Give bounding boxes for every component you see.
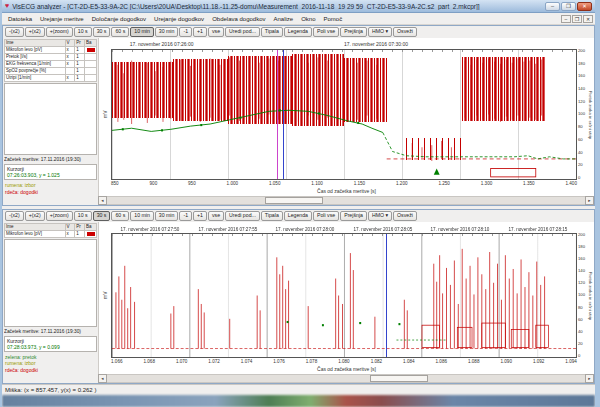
sensor-row[interactable]: Mikrofon levo [pV] x 1 <box>5 231 97 238</box>
signal-plot-top[interactable] <box>111 49 577 180</box>
toolbar-button[interactable]: +(zoom) <box>46 211 73 221</box>
sensor-visible-checkbox[interactable]: x <box>65 231 75 238</box>
scroll-right-icon[interactable]: ▸ <box>585 196 594 205</box>
toolbar-button[interactable]: Tipala <box>261 211 283 221</box>
toolbar-button[interactable]: +1 <box>193 27 207 37</box>
toolbar-button[interactable]: 10 s <box>74 211 92 221</box>
toolbar-button[interactable]: -1 <box>179 211 192 221</box>
toolbar-button[interactable]: Legenda <box>284 211 312 221</box>
toolbar-button[interactable]: -(x2) <box>5 27 24 37</box>
toolbar-button[interactable]: 10 min <box>130 211 154 221</box>
menu-item[interactable]: Okno <box>297 15 319 23</box>
sensor-row[interactable]: EKG frekvenca [1/min] x 1 <box>5 61 97 68</box>
sensor-plot-checkbox[interactable]: 1 <box>75 54 85 61</box>
time-cursor-blue[interactable] <box>386 234 387 357</box>
menu-item[interactable]: Določanje dogodkov <box>88 15 150 23</box>
toolbar-button[interactable]: HMO ▾ <box>368 27 392 37</box>
menu-bar: DatotekaUrejanje meritveDoločanje dogodk… <box>2 13 595 25</box>
sensor-plot-checkbox[interactable]: 1 <box>75 231 85 238</box>
toolbar-button[interactable]: 10 s <box>74 27 92 37</box>
mdi-minimize-icon[interactable]: – <box>561 15 571 23</box>
toolbar-button[interactable]: Uredi pod... <box>225 211 260 221</box>
menu-item[interactable]: Datoteka <box>4 15 36 23</box>
selection-cursor-magenta[interactable] <box>277 50 278 179</box>
scrollbar-track[interactable] <box>107 196 585 205</box>
toolbar-button[interactable]: 60 s <box>111 27 129 37</box>
toolbar-button[interactable]: HMO ▾ <box>368 211 392 221</box>
maximize-icon[interactable]: ❐ <box>561 2 576 11</box>
col-header-v: V <box>65 40 75 47</box>
toolbar-button[interactable]: vse <box>208 211 224 221</box>
col-header-v: V <box>65 224 75 231</box>
close-icon[interactable]: ✕ <box>577 2 592 11</box>
toolbar-button[interactable]: 10 min <box>130 27 154 37</box>
sensor-color-cell[interactable] <box>85 54 97 61</box>
sensor-row[interactable]: Pretok [l/s] x 1 <box>5 54 97 61</box>
sensor-color-cell[interactable] <box>85 75 97 82</box>
scroll-left-icon[interactable]: ◂ <box>98 374 107 383</box>
toolbar-button[interactable]: Osveži <box>393 27 417 37</box>
toolbar-button[interactable]: 30 min <box>155 211 179 221</box>
x-tick-label: 1.200 <box>396 180 408 188</box>
scroll-left-icon[interactable]: ◂ <box>98 196 107 205</box>
mdi-restore-icon[interactable]: ❐ <box>572 15 582 23</box>
sensor-color-cell[interactable] <box>85 68 97 75</box>
toolbar-button[interactable]: +(x2) <box>25 27 45 37</box>
x-tick-label: 1.070 <box>176 358 188 366</box>
chart-area-top: 17. november 2016 07:26:0017. november 2… <box>98 38 594 196</box>
horizontal-scrollbar-top[interactable]: ◂ ▸ <box>98 196 594 205</box>
toolbar-button[interactable]: Prejšnja <box>340 27 367 37</box>
x-tick-label: 1.084 <box>403 358 415 366</box>
sensor-visible-checkbox[interactable]: x <box>65 54 75 61</box>
event-list-box[interactable] <box>4 239 97 327</box>
y-tick-label: 200 <box>578 49 586 53</box>
signal-plot-bottom[interactable] <box>111 233 577 358</box>
toolbar-button[interactable]: -(x2) <box>5 211 24 221</box>
toolbar-button[interactable]: 60 s <box>111 211 129 221</box>
toolbar-button[interactable]: Poli vse <box>313 27 339 37</box>
menu-item[interactable]: Urejanje dogodkov <box>150 15 208 23</box>
toolbar-button[interactable]: vse <box>208 27 224 37</box>
toolbar-button[interactable]: 30 s <box>93 27 111 37</box>
mdi-close-icon[interactable]: ✕ <box>583 15 593 23</box>
sensor-plot-checkbox[interactable]: 1 <box>75 47 85 54</box>
sensor-plot-checkbox[interactable]: 1 <box>75 75 85 82</box>
horizontal-scrollbar-bottom[interactable]: ◂ ▸ <box>98 374 594 383</box>
time-cursor-blue[interactable] <box>283 50 284 179</box>
toolbar-button[interactable]: +(x2) <box>25 211 45 221</box>
scroll-right-icon[interactable]: ▸ <box>585 374 594 383</box>
toolbar-button[interactable]: Osveži <box>393 211 417 221</box>
sensor-color-cell[interactable] <box>85 61 97 68</box>
minimize-icon[interactable]: – <box>545 2 560 11</box>
menu-item[interactable]: Analize <box>270 15 298 23</box>
sensor-row[interactable]: Mikrofon levo [pV] x 1 <box>5 47 97 54</box>
sensor-plot-checkbox[interactable]: 1 <box>75 68 85 75</box>
sensor-visible-checkbox[interactable]: x <box>65 61 75 68</box>
sensor-row[interactable]: Utripi [1/min] x 1 <box>5 75 97 82</box>
toolbar-button[interactable]: Poli vse <box>313 211 339 221</box>
sensor-row[interactable]: SpO2 povprečje [%] 1 <box>5 68 97 75</box>
sensor-visible-checkbox[interactable]: x <box>65 47 75 54</box>
sensor-visible-checkbox[interactable] <box>65 68 75 75</box>
menu-item[interactable]: Urejanje meritve <box>36 15 88 23</box>
toolbar-button[interactable]: 30 min <box>155 27 179 37</box>
sensor-visible-checkbox[interactable]: x <box>65 75 75 82</box>
sensor-color-cell[interactable] <box>85 47 97 54</box>
menu-item[interactable]: Pomoč <box>320 15 347 23</box>
scrollbar-thumb[interactable] <box>265 197 323 204</box>
menu-item[interactable]: Obdelava dogodkov <box>208 15 269 23</box>
sensor-plot-checkbox[interactable]: 1 <box>75 61 85 68</box>
scrollbar-thumb[interactable] <box>370 375 428 382</box>
x-tick-label: 1.072 <box>208 358 220 366</box>
toolbar-button[interactable]: +(zoom) <box>46 27 73 37</box>
scrollbar-track[interactable] <box>107 374 585 383</box>
toolbar-button[interactable]: 30 s <box>93 211 111 221</box>
toolbar-button[interactable]: Legenda <box>284 27 312 37</box>
toolbar-button[interactable]: Tipala <box>261 27 283 37</box>
toolbar-button[interactable]: +1 <box>193 211 207 221</box>
toolbar-button[interactable]: Prejšnja <box>340 211 367 221</box>
toolbar-button[interactable]: Uredi pod... <box>225 27 260 37</box>
event-list-box[interactable] <box>4 83 97 155</box>
sensor-color-cell[interactable] <box>85 231 97 238</box>
toolbar-button[interactable]: -1 <box>179 27 192 37</box>
